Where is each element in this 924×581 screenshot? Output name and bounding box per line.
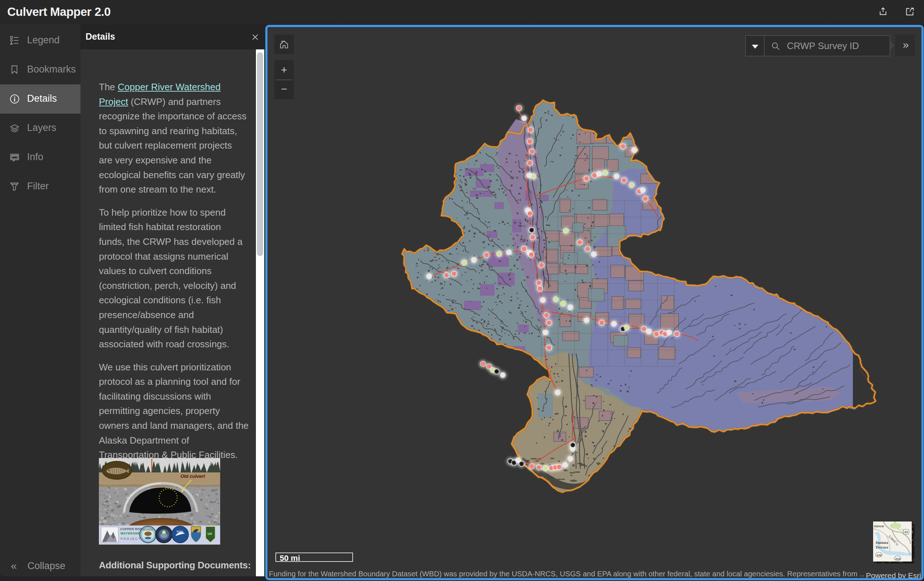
svg-text:333: 333 bbox=[896, 557, 901, 560]
svg-text:Juniata: Juniata bbox=[875, 540, 888, 545]
svg-text:22: 22 bbox=[904, 530, 908, 534]
svg-text:ALASKA: ALASKA bbox=[143, 528, 153, 531]
svg-text:US: US bbox=[208, 532, 212, 536]
svg-text:PROJECT: PROJECT bbox=[120, 537, 141, 541]
svg-text:stown: stown bbox=[874, 523, 884, 528]
svg-text:Terrace: Terrace bbox=[875, 545, 888, 549]
svg-text:100: 100 bbox=[877, 554, 882, 557]
svg-text:WATERSHED: WATERSHED bbox=[120, 532, 143, 535]
svg-text:Old culvert: Old culvert bbox=[180, 474, 205, 479]
svg-text:NOAA: NOAA bbox=[177, 530, 183, 533]
